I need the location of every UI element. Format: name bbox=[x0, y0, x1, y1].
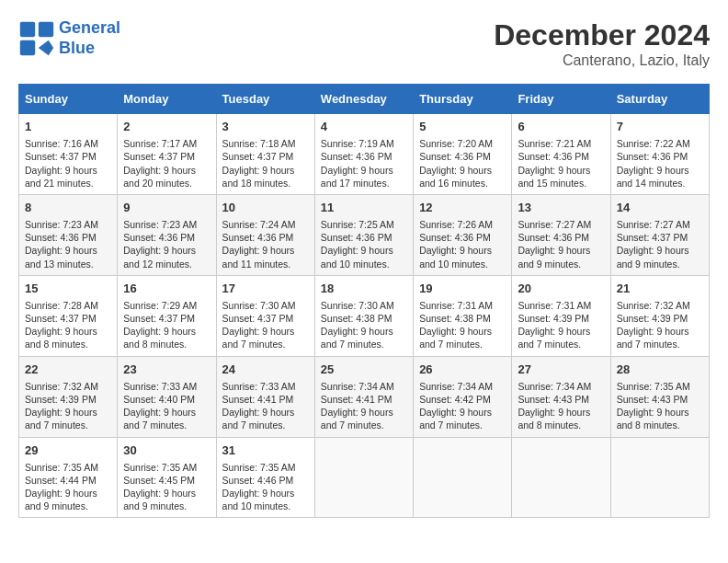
day-number: 31 bbox=[222, 442, 309, 459]
day-number: 7 bbox=[617, 119, 703, 135]
day-info: Sunrise: 7:26 AM Sunset: 4:36 PM Dayligh… bbox=[419, 218, 506, 270]
page-header: General Blue December 2024 Canterano, La… bbox=[18, 18, 710, 69]
location: Canterano, Lazio, Italy bbox=[494, 52, 710, 69]
month-year: December 2024 bbox=[494, 18, 710, 52]
day-number: 4 bbox=[321, 119, 407, 135]
day-info: Sunrise: 7:27 AM Sunset: 4:37 PM Dayligh… bbox=[617, 218, 703, 270]
day-info: Sunrise: 7:34 AM Sunset: 4:43 PM Dayligh… bbox=[518, 380, 604, 432]
col-thursday: Thursday bbox=[414, 85, 512, 114]
calendar-cell: 21 Sunrise: 7:32 AM Sunset: 4:39 PM Dayl… bbox=[610, 275, 709, 356]
day-info: Sunrise: 7:28 AM Sunset: 4:37 PM Dayligh… bbox=[25, 299, 111, 351]
title-block: December 2024 Canterano, Lazio, Italy bbox=[494, 18, 710, 69]
day-number: 29 bbox=[25, 442, 111, 459]
day-number: 24 bbox=[222, 362, 309, 378]
day-info: Sunrise: 7:25 AM Sunset: 4:36 PM Dayligh… bbox=[321, 218, 407, 270]
col-wednesday: Wednesday bbox=[314, 85, 413, 114]
day-number: 8 bbox=[25, 200, 111, 216]
calendar-cell: 7 Sunrise: 7:22 AM Sunset: 4:36 PM Dayli… bbox=[610, 114, 709, 195]
day-info: Sunrise: 7:32 AM Sunset: 4:39 PM Dayligh… bbox=[25, 380, 111, 432]
svg-marker-3 bbox=[39, 40, 53, 54]
day-number: 5 bbox=[419, 119, 506, 135]
day-info: Sunrise: 7:24 AM Sunset: 4:36 PM Dayligh… bbox=[222, 218, 309, 270]
day-info: Sunrise: 7:33 AM Sunset: 4:41 PM Dayligh… bbox=[222, 380, 309, 432]
calendar-cell: 31 Sunrise: 7:35 AM Sunset: 4:46 PM Dayl… bbox=[216, 437, 314, 518]
day-info: Sunrise: 7:23 AM Sunset: 4:36 PM Dayligh… bbox=[25, 218, 111, 270]
calendar-cell: 19 Sunrise: 7:31 AM Sunset: 4:38 PM Dayl… bbox=[414, 275, 512, 356]
calendar-cell: 16 Sunrise: 7:29 AM Sunset: 4:37 PM Dayl… bbox=[118, 275, 216, 356]
day-info: Sunrise: 7:34 AM Sunset: 4:41 PM Dayligh… bbox=[321, 380, 407, 432]
day-number: 13 bbox=[518, 200, 604, 216]
day-info: Sunrise: 7:22 AM Sunset: 4:36 PM Dayligh… bbox=[617, 137, 703, 190]
week-row-1: 1 Sunrise: 7:16 AM Sunset: 4:37 PM Dayli… bbox=[19, 114, 710, 195]
calendar-cell: 1 Sunrise: 7:16 AM Sunset: 4:37 PM Dayli… bbox=[19, 114, 118, 195]
week-row-5: 29 Sunrise: 7:35 AM Sunset: 4:44 PM Dayl… bbox=[19, 437, 710, 518]
day-info: Sunrise: 7:23 AM Sunset: 4:36 PM Dayligh… bbox=[123, 218, 210, 270]
calendar-cell: 11 Sunrise: 7:25 AM Sunset: 4:36 PM Dayl… bbox=[314, 194, 413, 275]
week-row-3: 15 Sunrise: 7:28 AM Sunset: 4:37 PM Dayl… bbox=[19, 275, 710, 356]
calendar-cell bbox=[512, 437, 610, 518]
day-info: Sunrise: 7:35 AM Sunset: 4:44 PM Dayligh… bbox=[25, 461, 111, 513]
svg-rect-0 bbox=[20, 21, 35, 36]
calendar-cell: 4 Sunrise: 7:19 AM Sunset: 4:36 PM Dayli… bbox=[314, 114, 413, 195]
calendar-cell: 15 Sunrise: 7:28 AM Sunset: 4:37 PM Dayl… bbox=[19, 275, 118, 356]
calendar-cell: 18 Sunrise: 7:30 AM Sunset: 4:38 PM Dayl… bbox=[314, 275, 413, 356]
day-number: 11 bbox=[321, 200, 407, 216]
day-info: Sunrise: 7:29 AM Sunset: 4:37 PM Dayligh… bbox=[123, 299, 210, 351]
calendar-cell bbox=[314, 437, 413, 518]
calendar-cell: 5 Sunrise: 7:20 AM Sunset: 4:36 PM Dayli… bbox=[414, 114, 512, 195]
day-info: Sunrise: 7:19 AM Sunset: 4:36 PM Dayligh… bbox=[321, 137, 407, 190]
day-number: 19 bbox=[419, 281, 506, 297]
day-number: 16 bbox=[123, 281, 210, 297]
day-number: 15 bbox=[25, 281, 111, 297]
calendar-cell bbox=[414, 437, 512, 518]
calendar-cell: 26 Sunrise: 7:34 AM Sunset: 4:42 PM Dayl… bbox=[414, 356, 512, 437]
col-friday: Friday bbox=[512, 85, 610, 114]
calendar-cell: 8 Sunrise: 7:23 AM Sunset: 4:36 PM Dayli… bbox=[19, 194, 118, 275]
day-info: Sunrise: 7:35 AM Sunset: 4:43 PM Dayligh… bbox=[617, 380, 703, 432]
calendar-cell: 12 Sunrise: 7:26 AM Sunset: 4:36 PM Dayl… bbox=[414, 194, 512, 275]
calendar-cell: 13 Sunrise: 7:27 AM Sunset: 4:36 PM Dayl… bbox=[512, 194, 610, 275]
calendar-cell: 25 Sunrise: 7:34 AM Sunset: 4:41 PM Dayl… bbox=[314, 356, 413, 437]
day-number: 2 bbox=[123, 119, 210, 135]
logo-line2: Blue bbox=[59, 39, 95, 57]
day-info: Sunrise: 7:30 AM Sunset: 4:38 PM Dayligh… bbox=[321, 299, 407, 351]
day-number: 10 bbox=[222, 200, 309, 216]
week-row-2: 8 Sunrise: 7:23 AM Sunset: 4:36 PM Dayli… bbox=[19, 194, 710, 275]
day-info: Sunrise: 7:34 AM Sunset: 4:42 PM Dayligh… bbox=[419, 380, 506, 432]
day-number: 18 bbox=[321, 281, 407, 297]
day-info: Sunrise: 7:35 AM Sunset: 4:46 PM Dayligh… bbox=[222, 461, 309, 513]
calendar-cell: 3 Sunrise: 7:18 AM Sunset: 4:37 PM Dayli… bbox=[216, 114, 314, 195]
day-info: Sunrise: 7:32 AM Sunset: 4:39 PM Dayligh… bbox=[617, 299, 703, 351]
day-number: 6 bbox=[518, 119, 604, 135]
col-monday: Monday bbox=[118, 85, 216, 114]
svg-rect-2 bbox=[20, 40, 35, 54]
svg-rect-1 bbox=[39, 21, 53, 36]
calendar-cell: 30 Sunrise: 7:35 AM Sunset: 4:45 PM Dayl… bbox=[118, 437, 216, 518]
day-number: 23 bbox=[123, 362, 210, 378]
col-sunday: Sunday bbox=[19, 85, 118, 114]
day-info: Sunrise: 7:30 AM Sunset: 4:37 PM Dayligh… bbox=[222, 299, 309, 351]
calendar-table: Sunday Monday Tuesday Wednesday Thursday… bbox=[18, 84, 710, 518]
logo-icon bbox=[18, 20, 55, 57]
day-number: 12 bbox=[419, 200, 506, 216]
calendar-cell: 29 Sunrise: 7:35 AM Sunset: 4:44 PM Dayl… bbox=[19, 437, 118, 518]
day-info: Sunrise: 7:31 AM Sunset: 4:38 PM Dayligh… bbox=[419, 299, 506, 351]
day-number: 22 bbox=[25, 362, 111, 378]
day-number: 3 bbox=[222, 119, 309, 135]
calendar-cell bbox=[610, 437, 709, 518]
day-info: Sunrise: 7:35 AM Sunset: 4:45 PM Dayligh… bbox=[123, 461, 210, 513]
col-tuesday: Tuesday bbox=[216, 85, 314, 114]
calendar-cell: 17 Sunrise: 7:30 AM Sunset: 4:37 PM Dayl… bbox=[216, 275, 314, 356]
day-info: Sunrise: 7:21 AM Sunset: 4:36 PM Dayligh… bbox=[518, 137, 604, 190]
day-number: 9 bbox=[123, 200, 210, 216]
day-number: 27 bbox=[518, 362, 604, 378]
logo-line1: General bbox=[59, 18, 120, 37]
col-saturday: Saturday bbox=[610, 85, 709, 114]
day-number: 17 bbox=[222, 281, 309, 297]
day-number: 20 bbox=[518, 281, 604, 297]
calendar-cell: 22 Sunrise: 7:32 AM Sunset: 4:39 PM Dayl… bbox=[19, 356, 118, 437]
calendar-cell: 27 Sunrise: 7:34 AM Sunset: 4:43 PM Dayl… bbox=[512, 356, 610, 437]
logo-text: General Blue bbox=[59, 18, 120, 58]
calendar-cell: 28 Sunrise: 7:35 AM Sunset: 4:43 PM Dayl… bbox=[610, 356, 709, 437]
day-info: Sunrise: 7:31 AM Sunset: 4:39 PM Dayligh… bbox=[518, 299, 604, 351]
